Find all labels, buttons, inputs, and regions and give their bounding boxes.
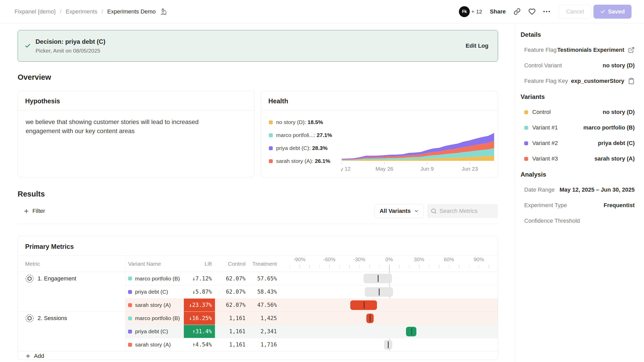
metric-table-row: priya debt (C)↑31.4%1,1612,341 (18, 325, 498, 338)
variant-filter-dropdown[interactable]: All Variants (375, 204, 424, 218)
top-bar-actions: Fk + 12 Share Cancel Saved (459, 5, 632, 19)
column-header-variant: Variant Name (125, 256, 184, 272)
axis-tick (439, 265, 439, 268)
cancel-button[interactable]: Cancel (559, 5, 591, 19)
legend-value: 26.1% (315, 158, 330, 164)
share-button[interactable]: Share (490, 8, 506, 15)
variant-swatch (128, 343, 132, 347)
variant-row-name: Control (532, 109, 551, 115)
edit-log-button[interactable]: Edit Log (466, 42, 488, 49)
primary-metrics-title: Primary Metrics (18, 236, 498, 256)
axis-tick-label: -60% (323, 257, 335, 263)
ci-chart-cell[interactable] (281, 272, 498, 285)
more-options-button[interactable] (543, 11, 550, 12)
analysis-value: May 12, 2025 – Jun 30, 2025 (559, 186, 635, 193)
metric-table-row: 1. Engagementmarco portfolio (B)↓7.12%62… (18, 272, 498, 285)
detail-value: exp_customerStory (571, 78, 624, 84)
results-toolbar: Filter All Variants (18, 204, 498, 218)
breadcrumb-items: Fixpanel {demo}/Experiments/Experiments … (15, 8, 156, 15)
variant-cell: sarah story (A) (125, 298, 184, 312)
health-card-body: no story (D): 18.5%marco portfoli...: 27… (261, 110, 498, 177)
variant-row-value: no story (D) (603, 109, 635, 115)
legend-value: 28.3% (312, 145, 328, 151)
lift-cell: ↓23.37% (184, 298, 215, 312)
ci-chart-cell[interactable] (281, 338, 498, 351)
control-cell: 1,161 (215, 338, 248, 351)
metric-table-row: sarah story (A)↑4.54%1,1611,716 (18, 338, 498, 351)
add-filter-button[interactable]: Filter (18, 208, 45, 214)
favorite-button[interactable] (528, 8, 536, 15)
treatment-cell: 47.56% (248, 298, 281, 312)
breadcrumb-item[interactable]: Experiments (66, 8, 97, 15)
detail-label: Feature Flag Key (524, 78, 568, 84)
variant-name-label: marco portfolio (B) (135, 276, 180, 282)
saved-button-label: Saved (608, 8, 625, 15)
avatar[interactable]: Fk (459, 6, 470, 17)
axis-tick (419, 265, 419, 268)
external-link-icon[interactable] (628, 47, 635, 53)
breadcrumb-item[interactable]: Experiments Demo (107, 8, 156, 15)
analysis-section: Analysis Date RangeMay 12, 2025 – Jun 30… (521, 171, 635, 224)
clipboard-icon[interactable] (628, 78, 635, 84)
analysis-row: Confidence Threshold (524, 218, 635, 224)
metric-cell (18, 325, 125, 338)
ci-chart-cell[interactable] (281, 325, 498, 338)
link-icon (514, 8, 521, 15)
axis-tick-label: -90% (293, 257, 306, 263)
primary-metrics-card: Primary Metrics Metric Variant Name Lift… (18, 236, 498, 360)
detail-label: Feature Flag (524, 47, 557, 53)
variant-swatch (128, 316, 132, 320)
main-content: Decision: priya debt (C) Picker, Amit on… (0, 23, 515, 362)
axis-tick (329, 265, 330, 268)
collaborator-count[interactable]: + 12 (471, 9, 482, 15)
microscope-icon (160, 8, 167, 15)
lift-cell: ↑4.54% (184, 338, 215, 351)
analysis-value-wrap: Frequentist (604, 202, 635, 209)
breadcrumb-item[interactable]: Fixpanel {demo} (15, 8, 56, 15)
legend-swatch (269, 133, 273, 137)
detail-value: Testimonials Experiment (557, 47, 624, 53)
ci-chart-cell[interactable] (281, 312, 498, 325)
copy-link-button[interactable] (514, 8, 521, 15)
ci-chart-cell[interactable] (281, 285, 498, 298)
variant-cell: priya debt (C) (125, 285, 184, 298)
ci-point-marker (364, 302, 365, 309)
variant-cell: marco portfolio (B) (125, 272, 184, 285)
axis-tick-label: -30% (353, 257, 365, 263)
variant-name-label: sarah story (A) (135, 342, 171, 348)
hypothesis-text[interactable]: we believe that showing customer stories… (18, 110, 233, 143)
details-section: Details Feature FlagTestimonials Experim… (521, 31, 635, 84)
x-axis-tick-label: Jun 9 (421, 166, 434, 172)
variant-swatch (524, 141, 528, 145)
ci-chart-cell[interactable] (281, 298, 498, 312)
decision-title: Decision: priya debt (C) (36, 38, 105, 45)
top-bar: Fixpanel {demo}/Experiments/Experiments … (0, 0, 644, 23)
variant-cell: marco portfolio (B) (125, 312, 184, 325)
variant-row-label: Variant #2 (524, 140, 558, 147)
variant-cell: sarah story (A) (125, 338, 184, 351)
search-metrics-input[interactable] (439, 208, 491, 214)
legend-label: sarah story (A): 26.1% (276, 158, 330, 164)
saved-button[interactable]: Saved (593, 5, 632, 19)
plus-icon (25, 353, 31, 359)
variant-cell: priya debt (C) (125, 325, 184, 338)
variant-row-name: Variant #2 (532, 140, 558, 147)
metric-table-row: 2. Sessionsmarco portfolio (B)↓16.25%1,1… (18, 312, 498, 325)
experiment-page: Fixpanel {demo}/Experiments/Experiments … (0, 0, 644, 362)
legend-value: 27.1% (317, 132, 332, 138)
analysis-row: Date RangeMay 12, 2025 – Jun 30, 2025 (524, 186, 635, 193)
variant-row: Controlno story (D) (524, 109, 635, 115)
search-metrics-box (427, 204, 498, 218)
lift-cell: ↓7.12% (184, 272, 215, 285)
variant-name-label: priya debt (C) (135, 289, 168, 295)
details-heading: Details (521, 31, 635, 38)
variant-row: Variant #2priya debt (C) (524, 140, 635, 147)
goal-icon (25, 274, 34, 283)
control-cell: 62.07% (215, 298, 248, 312)
health-legend-item: no story (D): 18.5% (269, 119, 339, 125)
x-axis-tick-label: Jun 23 (461, 166, 478, 172)
detail-value-wrap: no story (D) (603, 62, 635, 69)
add-metric-button[interactable]: Add (18, 351, 498, 360)
variant-name-label: sarah story (A) (135, 302, 171, 308)
treatment-cell: 1,425 (248, 312, 281, 325)
